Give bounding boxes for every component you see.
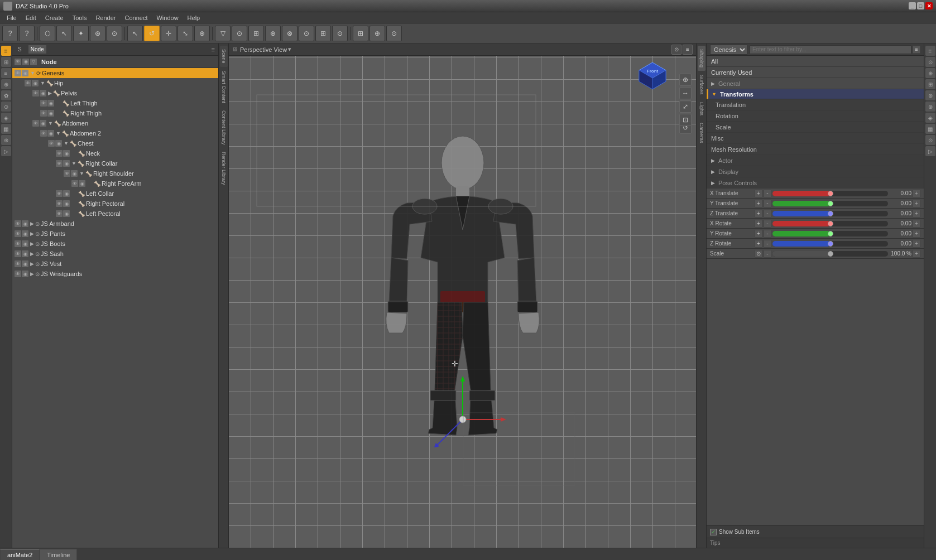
tree-item-pelvis[interactable]: 👁 ◉ ▶ 🦴 Pelvis [12,88,218,98]
bottom-tab-timeline[interactable]: Timeline [40,549,77,560]
left-icon-render[interactable]: ▦ [1,124,11,134]
params-section-general[interactable]: ▶ General [707,78,924,89]
x-translate-plus[interactable]: - [764,190,771,197]
params-transforms-header[interactable]: ▼ Transforms [707,89,924,99]
tree-item-jsarmband[interactable]: 👁 ◉ ▶ ⊙ JS Armband [12,219,218,229]
left-icon-content[interactable]: ⊞ [1,57,11,67]
tree-expand-abdomen2[interactable]: ▼ [56,131,61,136]
universal-tool[interactable]: ⊕ [194,26,210,41]
magnet-btn[interactable]: ⊙ [232,26,247,41]
select-tool[interactable]: ↖ [127,26,143,41]
vis-render-rightshoulder[interactable]: ◉ [71,170,78,177]
vis-eye-pelvis[interactable]: 👁 [32,90,39,96]
vis-eye-jsboots[interactable]: 👁 [15,240,21,247]
options-btn[interactable]: ⊞ [353,26,368,41]
right-icon-1[interactable]: ≡ [925,46,935,56]
tree-item-rightpectoral[interactable]: 👁 ◉ 🦴 Right Pectoral [12,199,218,209]
vis-eye-jspants[interactable]: 👁 [15,230,21,237]
tree-item-rightcollar[interactable]: 👁 ◉ ▼ 🦴 Right Collar [12,158,218,168]
right-icon-7[interactable]: ◈ [925,113,935,123]
tree-expand-rightcollar[interactable]: ▼ [71,161,76,166]
rotate-tool[interactable]: ↺ [144,26,160,41]
render-btn[interactable]: ⊕ [369,26,385,41]
right-icon-8[interactable]: ▦ [925,124,935,134]
menu-window[interactable]: Window [152,12,183,23]
vis-render-rightthigh[interactable]: ◉ [47,110,54,117]
z-translate-slider[interactable] [772,211,888,216]
tree-item-leftcollar[interactable]: 👁 ◉ 🦴 Left Collar [12,189,218,199]
morph-btn[interactable]: ⊗ [282,26,297,41]
vis-render-abdomen[interactable]: ◉ [40,120,46,127]
tree-item-jsboots[interactable]: 👁 ◉ ▶ ⊙ JS Boots [12,239,218,249]
scene-button[interactable]: ⬡ [40,26,55,41]
vis-render-jsboots[interactable]: ◉ [22,240,28,247]
tree-expand-pelvis[interactable]: ▶ [48,90,52,96]
params-misc[interactable]: Misc [707,133,924,144]
tree-expand-rightshoulder[interactable]: ▼ [79,171,84,176]
right-tab-lights[interactable]: Lights [698,99,705,119]
vp-zoom-btn[interactable]: ⊕ [679,74,692,86]
params-mesh-res[interactable]: Mesh Resolution [707,144,924,155]
left-icon-morph[interactable]: ⊙ [1,102,11,112]
y-rotate-slider[interactable] [772,231,888,236]
scene-tab-render[interactable]: Render Library [220,148,228,189]
vis-eye-abdomen[interactable]: 👁 [32,120,39,127]
viewport[interactable]: 🖥 Perspective View ▾ ⊙ ≡ [229,44,696,548]
vis-eye-rightshoulder[interactable]: 👁 [64,170,70,177]
left-icon-param[interactable]: ≡ [1,68,11,78]
light-btn[interactable]: ⊞ [315,26,331,41]
camera-btn[interactable]: ⊙ [332,26,348,41]
vis-render-neck[interactable]: ◉ [63,150,70,157]
params-section-actor[interactable]: ▶ Actor [707,155,924,166]
menu-connect[interactable]: Connect [121,12,152,23]
tree-item-abdomen2[interactable]: 👁 ◉ ▼ 🦴 Abdomen 2 [12,128,218,138]
select-button[interactable]: ↖ [56,26,72,41]
viewport-content[interactable]: ✛ [229,56,696,548]
right-icon-5[interactable]: ⊛ [925,90,935,100]
tree-expand-hip[interactable]: ▼ [40,80,45,86]
vp-pan-btn[interactable]: ↔ [679,87,692,99]
x-rotate-add[interactable]: + [913,220,920,228]
y-translate-plus[interactable]: - [764,200,771,207]
viewport-menu[interactable]: ≡ [683,45,693,55]
right-icon-3[interactable]: ⊕ [925,68,935,78]
right-icon-4[interactable]: ⊞ [925,79,935,89]
x-translate-slider[interactable] [772,191,888,196]
scene-vis-eye[interactable]: 👁 [15,59,21,65]
x-translate-minus[interactable]: + [755,190,762,197]
params-section-currently-used[interactable]: Currently Used [707,67,924,78]
vis-render-abdomen2[interactable]: ◉ [47,130,54,137]
menu-tools[interactable]: Tools [68,12,92,23]
tab-node[interactable]: Node [28,45,46,54]
left-icon-tools[interactable]: ⊕ [1,79,11,89]
params-section-display[interactable]: ▶ Display [707,166,924,177]
vis-render-pelvis[interactable]: ◉ [40,90,46,96]
viewport-dropdown[interactable]: ▾ [288,46,291,53]
expand-pose[interactable]: ▶ [711,180,715,186]
y-rotate-add[interactable]: + [913,230,920,238]
right-tab-shaping[interactable]: Shaping [698,46,705,71]
tree-item-chest[interactable]: 👁 ◉ ▼ 🦴 Chest [12,138,218,148]
vis-eye-rightforearm[interactable]: 👁 [71,180,78,187]
smooth-btn[interactable]: ⊞ [248,26,264,41]
tree-item-neck[interactable]: 👁 ◉ 🦴 Neck [12,148,218,158]
vis-render-hip[interactable]: ◉ [32,80,39,86]
vis-render-jswristguards[interactable]: ◉ [22,271,28,277]
params-node-select[interactable]: Genesis [710,45,747,55]
vis-eye-rightthigh[interactable]: 👁 [40,110,47,117]
z-translate-add[interactable]: + [913,210,920,218]
x-rotate-slider[interactable] [772,221,888,226]
params-rotation[interactable]: Rotation [707,110,924,122]
tree-expand-abdomen[interactable]: ▼ [48,120,53,126]
figure-button[interactable]: ⊛ [90,26,105,41]
scene-tab-content[interactable]: Content Library [220,107,228,148]
vis-eye-leftthigh[interactable]: 👁 [40,100,47,107]
scale-minus[interactable]: ⊙ [755,250,762,258]
scene-vis-render[interactable]: ◉ [22,59,29,65]
params-translation[interactable]: Translation [707,99,924,110]
tree-item-abdomen[interactable]: 👁 ◉ ▼ 🦴 Abdomen [12,118,218,128]
weld-btn[interactable]: ⊕ [265,26,281,41]
tree-item-jspants[interactable]: 👁 ◉ ▶ ⊙ JS Pants [12,229,218,239]
menu-help[interactable]: Help [183,12,205,23]
tree-expand-jssash[interactable]: ▶ [30,251,34,257]
